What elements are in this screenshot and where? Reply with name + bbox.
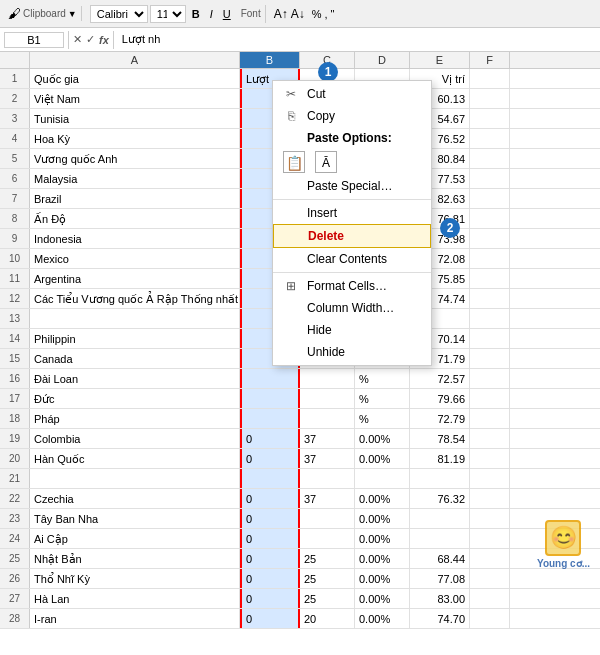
cell-a[interactable]: Mexico xyxy=(30,249,240,268)
cell-a[interactable]: Ấn Độ xyxy=(30,209,240,228)
font-size-select[interactable]: 11 xyxy=(150,5,186,23)
cell-f[interactable] xyxy=(470,229,510,248)
cell-a[interactable]: Argentina xyxy=(30,269,240,288)
cell-a[interactable] xyxy=(30,309,240,328)
strikethrough-icon[interactable]: % xyxy=(312,8,322,20)
cell-b[interactable]: 0 xyxy=(240,549,300,568)
cell-f[interactable] xyxy=(470,269,510,288)
col-header-a[interactable]: A xyxy=(30,52,240,68)
cell-d[interactable]: 0.00% xyxy=(355,509,410,528)
cell-c[interactable] xyxy=(300,529,355,548)
cell-f[interactable] xyxy=(470,169,510,188)
formula-input[interactable] xyxy=(118,33,596,47)
cell-a[interactable]: I-ran xyxy=(30,609,240,628)
cell-b[interactable]: 0 xyxy=(240,509,300,528)
cell-a[interactable]: Malaysia xyxy=(30,169,240,188)
cell-f[interactable] xyxy=(470,329,510,348)
cell-a[interactable]: Pháp xyxy=(30,409,240,428)
cell-a[interactable]: Indonesia xyxy=(30,229,240,248)
cell-d[interactable]: % xyxy=(355,389,410,408)
cell-e[interactable]: 81.19 xyxy=(410,449,470,468)
cell-e[interactable]: 72.57 xyxy=(410,369,470,388)
cell-f[interactable] xyxy=(470,309,510,328)
cell-e[interactable]: 83.00 xyxy=(410,589,470,608)
cell-f[interactable] xyxy=(470,529,510,548)
cell-a[interactable]: Việt Nam xyxy=(30,89,240,108)
cell-c[interactable]: 37 xyxy=(300,429,355,448)
increase-font-icon[interactable]: A↑ xyxy=(274,7,288,21)
cell-e[interactable]: 68.44 xyxy=(410,549,470,568)
cell-a[interactable]: Tây Ban Nha xyxy=(30,509,240,528)
cell-b[interactable] xyxy=(240,389,300,408)
menu-item-column-width[interactable]: Column Width… xyxy=(273,297,431,319)
cell-a[interactable]: Thổ Nhĩ Kỳ xyxy=(30,569,240,588)
cell-a[interactable]: Quốc gia xyxy=(30,69,240,88)
cell-b[interactable] xyxy=(240,409,300,428)
cell-a[interactable] xyxy=(30,469,240,488)
cell-f[interactable] xyxy=(470,509,510,528)
cell-e[interactable]: 77.08 xyxy=(410,569,470,588)
cell-a[interactable]: Ai Cập xyxy=(30,529,240,548)
cell-e[interactable] xyxy=(410,469,470,488)
comma-icon[interactable]: , xyxy=(325,8,328,20)
cell-f[interactable] xyxy=(470,249,510,268)
menu-item-hide[interactable]: Hide xyxy=(273,319,431,341)
cell-e[interactable] xyxy=(410,509,470,528)
cell-b[interactable] xyxy=(240,369,300,388)
col-header-b[interactable]: B xyxy=(240,52,300,68)
cell-e[interactable]: 78.54 xyxy=(410,429,470,448)
cell-c[interactable]: 25 xyxy=(300,589,355,608)
confirm-formula-icon[interactable]: ✓ xyxy=(86,33,95,46)
cell-e[interactable]: 76.32 xyxy=(410,489,470,508)
cell-d[interactable]: 0.00% xyxy=(355,429,410,448)
cell-a[interactable]: Colombia xyxy=(30,429,240,448)
insert-function-icon[interactable]: fx xyxy=(99,34,109,46)
cell-d[interactable]: 0.00% xyxy=(355,589,410,608)
cell-a[interactable]: Vương quốc Anh xyxy=(30,149,240,168)
col-header-e[interactable]: E xyxy=(410,52,470,68)
cell-c[interactable] xyxy=(300,509,355,528)
cell-c[interactable]: 25 xyxy=(300,569,355,588)
cell-d[interactable]: % xyxy=(355,369,410,388)
cell-b[interactable] xyxy=(240,469,300,488)
menu-item-clear-contents[interactable]: Clear Contents xyxy=(273,248,431,270)
cell-e[interactable]: 74.70 xyxy=(410,609,470,628)
cell-e[interactable]: 72.79 xyxy=(410,409,470,428)
cell-f[interactable] xyxy=(470,209,510,228)
decrease-font-icon[interactable]: A↓ xyxy=(291,7,305,21)
cell-c[interactable]: 37 xyxy=(300,489,355,508)
cell-reference-input[interactable]: B1 xyxy=(4,32,64,48)
cell-a[interactable]: Brazil xyxy=(30,189,240,208)
cell-f[interactable] xyxy=(470,189,510,208)
menu-item-paste-area[interactable]: 📋 Ā xyxy=(273,149,431,175)
cell-a[interactable]: Các Tiểu Vương quốc Ả Rập Thống nhất xyxy=(30,289,240,308)
cell-f[interactable] xyxy=(470,449,510,468)
cell-a[interactable]: Philippin xyxy=(30,329,240,348)
cell-b[interactable]: 0 xyxy=(240,449,300,468)
menu-item-cut[interactable]: ✂ Cut xyxy=(273,83,431,105)
cell-d[interactable]: 0.00% xyxy=(355,489,410,508)
cell-c[interactable]: 25 xyxy=(300,549,355,568)
cell-b[interactable]: 0 xyxy=(240,489,300,508)
cancel-formula-icon[interactable]: ✕ xyxy=(73,33,82,46)
cell-c[interactable] xyxy=(300,369,355,388)
cell-f[interactable] xyxy=(470,569,510,588)
cell-c[interactable] xyxy=(300,389,355,408)
menu-item-copy[interactable]: ⎘ Copy xyxy=(273,105,431,127)
cell-f[interactable] xyxy=(470,489,510,508)
cell-b[interactable]: 0 xyxy=(240,589,300,608)
cell-f[interactable] xyxy=(470,589,510,608)
cell-b[interactable]: 0 xyxy=(240,609,300,628)
cell-a[interactable]: Hà Lan xyxy=(30,589,240,608)
cell-f[interactable] xyxy=(470,289,510,308)
cell-c[interactable] xyxy=(300,409,355,428)
cell-f[interactable] xyxy=(470,109,510,128)
cell-a[interactable]: Hàn Quốc xyxy=(30,449,240,468)
cell-d[interactable] xyxy=(355,469,410,488)
cell-a[interactable]: Czechia xyxy=(30,489,240,508)
cell-a[interactable]: Hoa Kỳ xyxy=(30,129,240,148)
expand-icon[interactable]: ▼ xyxy=(68,9,77,19)
cell-c[interactable] xyxy=(300,469,355,488)
format-painter-icon[interactable]: 🖌 xyxy=(8,6,21,21)
font-name-select[interactable]: Calibri xyxy=(90,5,148,23)
